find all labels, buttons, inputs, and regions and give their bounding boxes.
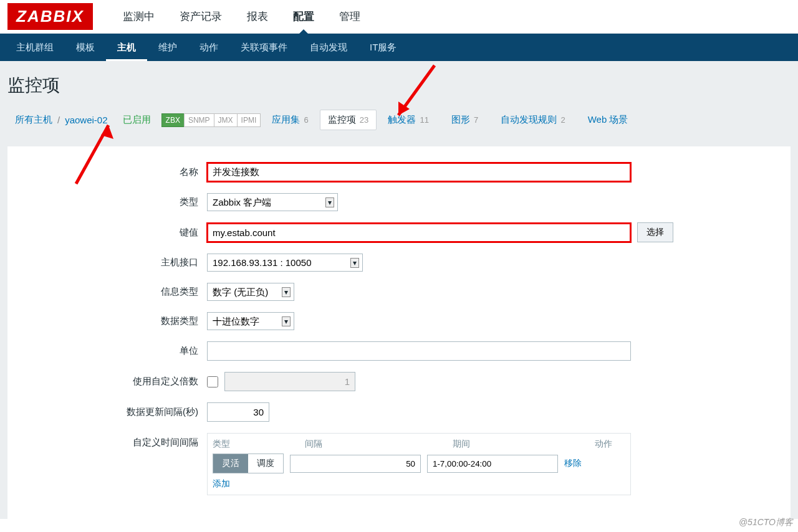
label-infotype: 信息类型 bbox=[20, 286, 207, 298]
select-datatype[interactable]: 十进位数字 bbox=[207, 312, 294, 330]
ci-head-action: 动作 bbox=[595, 439, 625, 450]
ci-add[interactable]: 添加 bbox=[213, 478, 230, 488]
ci-head-period: 期间 bbox=[453, 439, 594, 450]
label-unit: 单位 bbox=[20, 345, 207, 357]
bc-all-hosts[interactable]: 所有主机 bbox=[11, 114, 56, 126]
button-key-select[interactable]: 选择 bbox=[637, 222, 673, 242]
ci-seg-flex[interactable]: 灵活 bbox=[213, 454, 248, 473]
label-custom-interval: 自定义时间间隔 bbox=[20, 433, 207, 449]
item-form: 名称 类型 Zabbix 客户端 键值 选择 主机接口 192.168.93.1… bbox=[7, 146, 791, 519]
topbar: ZABBIX 监测中 资产记录 报表 配置 管理 bbox=[0, 0, 798, 34]
ci-input-interval[interactable] bbox=[290, 455, 421, 473]
logo[interactable]: ZABBIX bbox=[7, 3, 93, 30]
ci-row: 灵活 调度 移除 bbox=[213, 454, 625, 473]
iface-jmx: JMX bbox=[214, 113, 238, 127]
iface-ipmi: IPMI bbox=[237, 113, 261, 127]
label-key: 键值 bbox=[20, 227, 207, 239]
iface-snmp: SNMP bbox=[184, 113, 214, 127]
tab-items[interactable]: 监控项 23 bbox=[320, 110, 377, 130]
checkbox-multiplier[interactable] bbox=[207, 376, 218, 387]
topnav-config[interactable]: 配置 bbox=[281, 0, 327, 34]
tab-web[interactable]: Web 场景 bbox=[577, 114, 640, 126]
topnav-inventory[interactable]: 资产记录 bbox=[167, 0, 234, 34]
subnav-hosts[interactable]: 主机 bbox=[106, 34, 147, 61]
topnav-reports[interactable]: 报表 bbox=[234, 0, 281, 34]
bc-sep: / bbox=[56, 115, 61, 125]
label-type: 类型 bbox=[20, 196, 207, 208]
ci-head-type: 类型 bbox=[213, 439, 305, 450]
subnav-correlation[interactable]: 关联项事件 bbox=[229, 34, 299, 61]
select-type[interactable]: Zabbix 客户端 bbox=[207, 193, 338, 211]
input-multiplier bbox=[224, 372, 355, 391]
subnav-actions[interactable]: 动作 bbox=[188, 34, 229, 61]
subnav: 主机群组 模板 主机 维护 动作 关联项事件 自动发现 IT服务 bbox=[0, 34, 798, 61]
page: 监控项 所有主机 / yaowei-02 已启用 ZBX SNMP JMX IP… bbox=[0, 61, 798, 519]
watermark: @51CTO博客 bbox=[739, 517, 793, 519]
interface-badges: ZBX SNMP JMX IPMI bbox=[162, 113, 261, 127]
select-hostif[interactable]: 192.168.93.131 : 10050 bbox=[207, 254, 363, 272]
input-name[interactable] bbox=[207, 163, 631, 182]
annotation-arrow-1-icon bbox=[76, 121, 126, 184]
ci-seg: 灵活 调度 bbox=[213, 454, 284, 473]
input-unit[interactable] bbox=[207, 341, 631, 361]
tab-graphs[interactable]: 图形 7 bbox=[440, 114, 489, 126]
subnav-discovery[interactable]: 自动发现 bbox=[299, 34, 358, 61]
topnav-monitoring[interactable]: 监测中 bbox=[110, 0, 167, 34]
subnav-hostgroups[interactable]: 主机群组 bbox=[5, 34, 65, 61]
select-infotype[interactable]: 数字 (无正负) bbox=[207, 283, 294, 301]
label-interval: 数据更新间隔(秒) bbox=[20, 406, 207, 418]
input-key[interactable] bbox=[207, 223, 631, 242]
tab-applications[interactable]: 应用集 6 bbox=[261, 114, 319, 126]
tab-discovery-rules[interactable]: 自动发现规则 2 bbox=[489, 114, 576, 126]
subnav-templates[interactable]: 模板 bbox=[65, 34, 106, 61]
label-datatype: 数据类型 bbox=[20, 315, 207, 327]
subnav-maintenance[interactable]: 维护 bbox=[147, 34, 188, 61]
subnav-itservice[interactable]: IT服务 bbox=[358, 34, 408, 61]
input-interval[interactable] bbox=[207, 402, 269, 422]
annotation-arrow-2-icon bbox=[391, 65, 441, 128]
ci-input-period[interactable] bbox=[427, 455, 558, 473]
label-multiplier: 使用自定义倍数 bbox=[20, 376, 207, 387]
ci-seg-sched[interactable]: 调度 bbox=[248, 454, 283, 473]
iface-zbx: ZBX bbox=[161, 113, 185, 127]
topnav: 监测中 资产记录 报表 配置 管理 bbox=[110, 0, 373, 34]
label-hostif: 主机接口 bbox=[20, 257, 207, 268]
ci-remove[interactable]: 移除 bbox=[564, 458, 582, 469]
topnav-admin[interactable]: 管理 bbox=[327, 0, 373, 34]
ci-head-interval: 间隔 bbox=[305, 439, 453, 450]
custom-interval-box: 类型 间隔 期间 动作 灵活 调度 移除 添加 bbox=[207, 433, 631, 495]
